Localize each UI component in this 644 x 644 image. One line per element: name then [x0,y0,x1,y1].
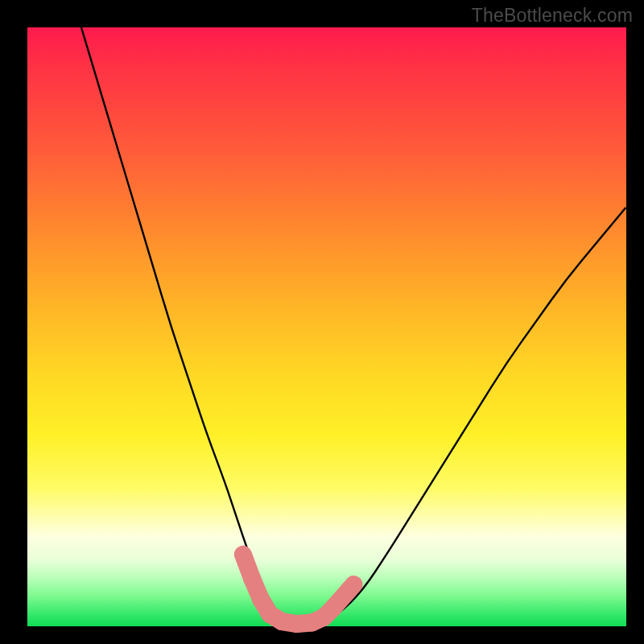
bottleneck-curve [81,27,626,626]
marker-point [236,547,250,562]
marker-point [243,569,261,587]
marker-point [273,613,291,630]
chart-svg [27,27,626,626]
marker-point [324,600,341,617]
marker-point [252,591,270,609]
marker-point [346,577,361,592]
chart-frame: TheBottleneck.com [0,0,644,644]
marker-group [236,547,361,633]
marker-point [288,615,306,633]
watermark-text: TheBottleneck.com [472,5,633,27]
curve-path-group [81,27,626,626]
plot-area [27,27,626,626]
